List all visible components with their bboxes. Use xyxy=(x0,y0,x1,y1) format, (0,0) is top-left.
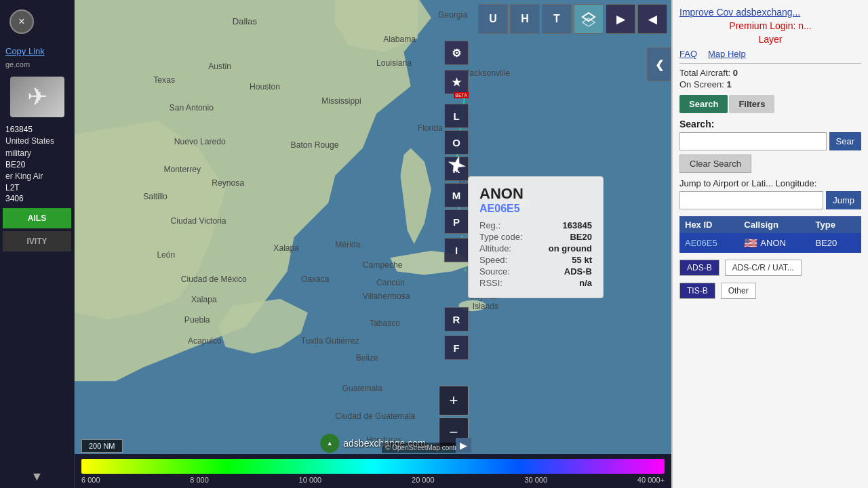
svg-text:Cancún: Cancún xyxy=(376,278,405,287)
svg-text:Villahermosa: Villahermosa xyxy=(363,291,410,301)
svg-text:Alabama: Alabama xyxy=(383,35,416,44)
search-input[interactable] xyxy=(679,132,827,150)
clear-search-button[interactable]: Clear Search xyxy=(679,155,751,173)
improve-coverage-link[interactable]: Improve Cov adsbexchang... xyxy=(679,7,861,18)
details-button[interactable]: AILS xyxy=(3,208,71,228)
btn-forward[interactable]: ▶ xyxy=(606,4,635,34)
side-btn-l[interactable]: L xyxy=(444,104,469,128)
btn-backward[interactable]: ◀ xyxy=(637,4,667,34)
map-help-link[interactable]: Map Help xyxy=(708,49,746,59)
svg-text:León: León xyxy=(157,250,175,260)
cell-type: BE20 xyxy=(810,235,861,251)
popup-type-val: BE20 xyxy=(570,232,592,242)
source-other[interactable]: Other xyxy=(721,283,756,299)
side-btn-i[interactable]: I xyxy=(444,238,469,262)
jump-label: Jump to Airport or Lati... Longitude: xyxy=(679,178,861,188)
total-aircraft-value: 0 xyxy=(733,68,738,78)
callsign-text: ANON xyxy=(760,238,786,248)
popup-reg-val: 163845 xyxy=(563,220,592,230)
col-type: Type xyxy=(810,216,861,233)
btn-h[interactable]: H xyxy=(510,4,540,34)
panel-links: FAQ Map Help xyxy=(679,49,861,59)
close-button[interactable]: × xyxy=(9,9,34,34)
expand-btn[interactable]: ▶ xyxy=(456,438,471,453)
svg-text:Tabasco: Tabasco xyxy=(370,319,400,328)
svg-text:Acapulco: Acapulco xyxy=(188,336,222,346)
side-btn-o[interactable]: O xyxy=(444,130,469,155)
alt-label-3: 10 000 xyxy=(299,476,322,484)
svg-marker-48 xyxy=(583,18,595,26)
popup-type-row: Type code: BE20 xyxy=(479,232,592,242)
results-header: Hex ID Callsign Type xyxy=(679,216,861,233)
squawk-value: L2T xyxy=(0,182,74,193)
side-btn-r[interactable]: R xyxy=(444,307,469,331)
popup-alt-val: on ground xyxy=(549,243,592,253)
side-buttons-column: ⚙ ★ BETA L O K M P I R F xyxy=(444,41,471,360)
site-url: ge.com xyxy=(0,59,74,70)
svg-text:Oaxaca: Oaxaca xyxy=(301,274,330,284)
btn-u[interactable]: U xyxy=(478,4,508,34)
star-btn[interactable]: ★ xyxy=(444,70,469,94)
scroll-down-icon[interactable]: ▼ xyxy=(31,470,43,484)
total-aircraft-row: Total Aircraft: 0 xyxy=(679,68,861,78)
side-btn-p[interactable]: P xyxy=(444,209,469,234)
svg-text:Austin: Austin xyxy=(208,62,231,71)
svg-text:Houston: Houston xyxy=(250,82,280,92)
tab-filters[interactable]: Filters xyxy=(729,95,774,113)
svg-text:Ciudad de Guatemala: Ciudad de Guatemala xyxy=(335,411,415,421)
popup-reg-label: Reg.: xyxy=(479,220,500,230)
svg-text:Mérida: Mérida xyxy=(335,240,360,249)
alt-label-6: 40 000+ xyxy=(637,476,665,484)
popup-hex: AE06E5 xyxy=(479,203,592,215)
svg-text:Xalapa: Xalapa xyxy=(273,243,299,253)
svg-text:Guatemala: Guatemala xyxy=(342,384,382,393)
popup-speed-val: 55 kt xyxy=(572,255,592,265)
popup-rssi-label: RSSI: xyxy=(479,278,502,288)
copy-link[interactable]: Copy Link xyxy=(0,43,74,59)
flag-icon: 🇺🇸 xyxy=(744,237,757,249)
settings-icon-btn[interactable]: ⚙ xyxy=(444,41,469,65)
source-tisb[interactable]: TIS-B xyxy=(679,283,715,299)
zoom-in-button[interactable]: + xyxy=(439,386,469,415)
table-row[interactable]: AE06E5 🇺🇸 ANON BE20 xyxy=(679,233,861,253)
side-btn-m[interactable]: M xyxy=(444,183,469,207)
reg-value: 163845 xyxy=(0,124,74,135)
source-adsb[interactable]: ADS-B xyxy=(679,260,719,276)
cell-callsign: 🇺🇸 ANON xyxy=(738,233,810,253)
side-btn-f[interactable]: F xyxy=(444,336,469,360)
btn-t[interactable]: T xyxy=(542,4,572,34)
left-sidebar: × Copy Link ge.com ✈ 163845 United State… xyxy=(0,0,75,488)
popup-source-val: ADS-B xyxy=(564,266,592,277)
svg-text:Jacksonville: Jacksonville xyxy=(466,68,511,78)
svg-text:Monterrey: Monterrey xyxy=(163,165,201,174)
cell-hex: AE06E5 xyxy=(679,235,738,251)
search-go-button[interactable]: Sear xyxy=(829,132,861,150)
panel-divider-1 xyxy=(679,63,861,64)
svg-text:Reynosa: Reynosa xyxy=(212,178,244,188)
svg-text:Islands: Islands xyxy=(473,302,498,311)
scale-badge: 200 NM xyxy=(81,439,123,453)
map-area: Dallas Texas Austin Houston San Antonio … xyxy=(75,0,671,488)
faq-link[interactable]: FAQ xyxy=(679,49,697,59)
popup-callsign: ANON xyxy=(479,185,592,203)
popup-speed-row: Speed: 55 kt xyxy=(479,255,592,265)
svg-text:Ciudad de México: Ciudad de México xyxy=(181,274,247,284)
activity-button[interactable]: IVITY xyxy=(3,231,71,251)
popup-speed-label: Speed: xyxy=(479,255,507,265)
btn-layers[interactable] xyxy=(574,4,604,34)
alt-label-2: 8 000 xyxy=(190,476,209,484)
jump-button[interactable]: Jump xyxy=(826,191,861,209)
alt-label-1: 6 000 xyxy=(81,476,100,484)
col-callsign: Callsign xyxy=(738,216,810,233)
total-aircraft-label: Total Aircraft: xyxy=(679,68,730,78)
altitude-bar: 6 000 8 000 10 000 20 000 30 000 40 000+ xyxy=(75,454,671,488)
search-row: Sear xyxy=(679,132,861,150)
altitude-gradient xyxy=(81,459,665,474)
source-adsc[interactable]: ADS-C/R / UAT... xyxy=(725,260,802,276)
tab-search[interactable]: Search xyxy=(679,95,728,113)
svg-text:Saltillo: Saltillo xyxy=(143,192,167,201)
jump-input[interactable] xyxy=(679,191,823,209)
btn-back[interactable]: ❮ xyxy=(647,47,671,81)
type-code-value: BE20 xyxy=(0,159,74,170)
svg-text:San Antonio: San Antonio xyxy=(170,103,214,113)
